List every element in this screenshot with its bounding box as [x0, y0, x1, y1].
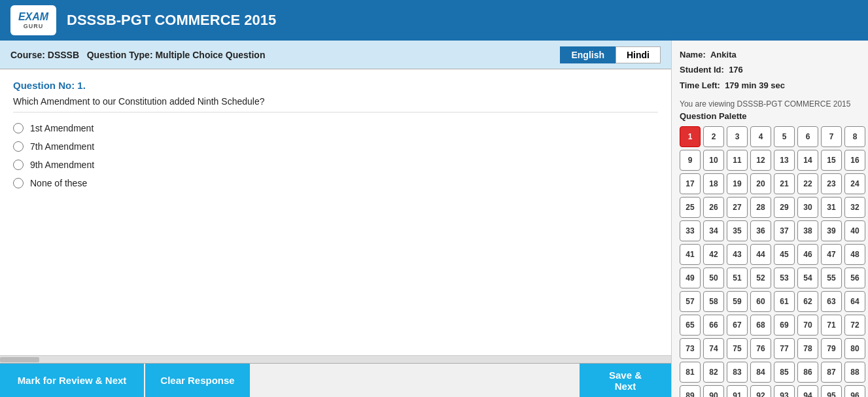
- palette-btn-16[interactable]: 16: [844, 150, 865, 171]
- palette-btn-62[interactable]: 62: [797, 291, 818, 312]
- palette-btn-63[interactable]: 63: [821, 291, 842, 312]
- palette-btn-71[interactable]: 71: [821, 315, 842, 336]
- english-lang-button[interactable]: English: [560, 46, 616, 63]
- option-2-radio[interactable]: [13, 141, 24, 152]
- palette-btn-31[interactable]: 31: [821, 197, 842, 218]
- palette-btn-18[interactable]: 18: [703, 173, 724, 194]
- palette-btn-64[interactable]: 64: [844, 291, 865, 312]
- palette-btn-56[interactable]: 56: [844, 268, 865, 288]
- palette-btn-8[interactable]: 8: [844, 126, 865, 147]
- palette-btn-42[interactable]: 42: [703, 244, 724, 265]
- option-3-radio[interactable]: [13, 160, 24, 170]
- palette-btn-58[interactable]: 58: [703, 291, 724, 312]
- option-4-radio[interactable]: [13, 178, 24, 188]
- hindi-lang-button[interactable]: Hindi: [616, 46, 661, 63]
- palette-btn-9[interactable]: 9: [680, 150, 701, 171]
- palette-btn-40[interactable]: 40: [844, 220, 865, 241]
- palette-btn-94[interactable]: 94: [797, 385, 818, 397]
- palette-btn-95[interactable]: 95: [821, 385, 842, 397]
- option-2[interactable]: 7th Amendment: [13, 141, 658, 152]
- palette-btn-45[interactable]: 45: [774, 244, 795, 265]
- palette-btn-78[interactable]: 78: [797, 338, 818, 359]
- palette-btn-6[interactable]: 6: [797, 126, 818, 147]
- palette-btn-80[interactable]: 80: [844, 338, 865, 359]
- palette-btn-30[interactable]: 30: [797, 197, 818, 218]
- palette-btn-7[interactable]: 7: [821, 126, 842, 147]
- option-1-radio[interactable]: [13, 123, 24, 133]
- palette-btn-49[interactable]: 49: [680, 268, 701, 288]
- palette-btn-66[interactable]: 66: [703, 315, 724, 336]
- palette-btn-77[interactable]: 77: [774, 338, 795, 359]
- palette-btn-4[interactable]: 4: [750, 126, 771, 147]
- palette-btn-24[interactable]: 24: [844, 173, 865, 194]
- palette-btn-32[interactable]: 32: [844, 197, 865, 218]
- palette-btn-35[interactable]: 35: [727, 220, 748, 241]
- mark-review-button[interactable]: Mark for Review & Next: [0, 364, 144, 397]
- palette-btn-73[interactable]: 73: [680, 338, 701, 359]
- palette-btn-53[interactable]: 53: [774, 268, 795, 288]
- scroll-thumb[interactable]: [0, 357, 39, 362]
- palette-btn-84[interactable]: 84: [750, 362, 771, 383]
- option-1[interactable]: 1st Amendment: [13, 123, 658, 133]
- palette-btn-52[interactable]: 52: [750, 268, 771, 288]
- palette-btn-37[interactable]: 37: [774, 220, 795, 241]
- palette-btn-75[interactable]: 75: [727, 338, 748, 359]
- palette-btn-59[interactable]: 59: [727, 291, 748, 312]
- palette-btn-70[interactable]: 70: [797, 315, 818, 336]
- palette-btn-28[interactable]: 28: [750, 197, 771, 218]
- palette-btn-23[interactable]: 23: [821, 173, 842, 194]
- palette-btn-55[interactable]: 55: [821, 268, 842, 288]
- palette-btn-46[interactable]: 46: [797, 244, 818, 265]
- palette-btn-82[interactable]: 82: [703, 362, 724, 383]
- palette-btn-96[interactable]: 96: [844, 385, 865, 397]
- palette-btn-50[interactable]: 50: [703, 268, 724, 288]
- palette-btn-43[interactable]: 43: [727, 244, 748, 265]
- palette-btn-81[interactable]: 81: [680, 362, 701, 383]
- palette-btn-22[interactable]: 22: [797, 173, 818, 194]
- palette-btn-39[interactable]: 39: [821, 220, 842, 241]
- palette-btn-87[interactable]: 87: [821, 362, 842, 383]
- palette-btn-57[interactable]: 57: [680, 291, 701, 312]
- clear-response-button[interactable]: Clear Response: [145, 364, 250, 397]
- palette-btn-90[interactable]: 90: [703, 385, 724, 397]
- palette-btn-76[interactable]: 76: [750, 338, 771, 359]
- palette-btn-27[interactable]: 27: [727, 197, 748, 218]
- palette-btn-21[interactable]: 21: [774, 173, 795, 194]
- palette-btn-65[interactable]: 65: [680, 315, 701, 336]
- palette-btn-36[interactable]: 36: [750, 220, 771, 241]
- palette-btn-17[interactable]: 17: [680, 173, 701, 194]
- palette-btn-19[interactable]: 19: [727, 173, 748, 194]
- palette-btn-15[interactable]: 15: [821, 150, 842, 171]
- palette-btn-74[interactable]: 74: [703, 338, 724, 359]
- palette-btn-91[interactable]: 91: [727, 385, 748, 397]
- palette-btn-51[interactable]: 51: [727, 268, 748, 288]
- palette-btn-72[interactable]: 72: [844, 315, 865, 336]
- palette-btn-68[interactable]: 68: [750, 315, 771, 336]
- palette-btn-92[interactable]: 92: [750, 385, 771, 397]
- palette-btn-12[interactable]: 12: [750, 150, 771, 171]
- palette-btn-67[interactable]: 67: [727, 315, 748, 336]
- palette-btn-1[interactable]: 1: [680, 126, 701, 147]
- option-3[interactable]: 9th Amendment: [13, 160, 658, 170]
- palette-btn-5[interactable]: 5: [774, 126, 795, 147]
- palette-btn-13[interactable]: 13: [774, 150, 795, 171]
- palette-btn-83[interactable]: 83: [727, 362, 748, 383]
- palette-btn-11[interactable]: 11: [727, 150, 748, 171]
- save-next-button[interactable]: Save & Next: [580, 364, 671, 397]
- palette-btn-89[interactable]: 89: [680, 385, 701, 397]
- palette-btn-3[interactable]: 3: [727, 126, 748, 147]
- palette-btn-34[interactable]: 34: [703, 220, 724, 241]
- palette-btn-69[interactable]: 69: [774, 315, 795, 336]
- palette-btn-60[interactable]: 60: [750, 291, 771, 312]
- palette-btn-26[interactable]: 26: [703, 197, 724, 218]
- palette-btn-25[interactable]: 25: [680, 197, 701, 218]
- palette-btn-41[interactable]: 41: [680, 244, 701, 265]
- palette-btn-33[interactable]: 33: [680, 220, 701, 241]
- palette-btn-14[interactable]: 14: [797, 150, 818, 171]
- palette-btn-10[interactable]: 10: [703, 150, 724, 171]
- palette-btn-29[interactable]: 29: [774, 197, 795, 218]
- palette-btn-47[interactable]: 47: [821, 244, 842, 265]
- palette-btn-48[interactable]: 48: [844, 244, 865, 265]
- palette-btn-38[interactable]: 38: [797, 220, 818, 241]
- palette-btn-88[interactable]: 88: [844, 362, 865, 383]
